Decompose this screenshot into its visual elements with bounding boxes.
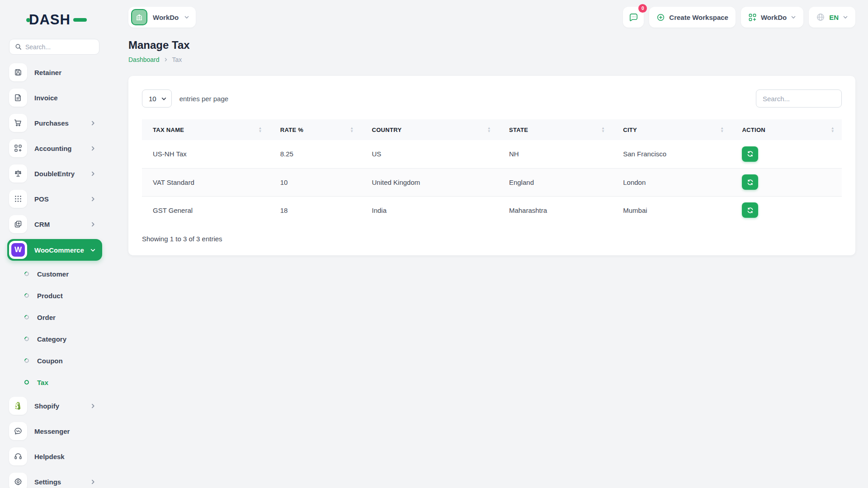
bullet-icon [24, 292, 30, 299]
cell-rate: 8.25 [269, 140, 361, 168]
sort-arrows-icon[interactable]: ▲▼ [487, 127, 491, 133]
create-workspace-label: Create Workspace [669, 14, 728, 21]
sort-arrows-icon[interactable]: ▲▼ [259, 127, 262, 133]
table-search-input[interactable] [756, 89, 842, 108]
column-label: ACTION [742, 127, 765, 133]
doubleentry-icon [9, 164, 27, 183]
table-header: TAX NAME▲▼RATE %▲▼COUNTRY▲▼STATE▲▼CITY▲▼… [142, 119, 842, 140]
column-header-rate[interactable]: RATE %▲▼ [269, 119, 361, 140]
cell-country: India [361, 196, 498, 224]
sidebar-item-helpdesk[interactable]: Helpdesk [7, 446, 102, 467]
sidebar-search[interactable] [9, 39, 99, 55]
cell-city: London [612, 168, 731, 196]
column-header-city[interactable]: CITY▲▼ [612, 119, 731, 140]
bullet-icon [24, 314, 30, 320]
breadcrumb-dashboard-link[interactable]: Dashboard [128, 56, 160, 63]
messages-badge: 0 [638, 4, 647, 13]
woocommerce-icon: W [9, 241, 27, 259]
sidebar-item-product[interactable]: Product [7, 287, 102, 304]
sidebar-search-input[interactable] [25, 43, 94, 51]
page-size-value: 10 [149, 95, 156, 103]
sidebar-item-tax[interactable]: Tax [7, 374, 102, 391]
page-size-select[interactable]: 10 [142, 89, 172, 108]
cell-rate: 18 [269, 196, 361, 224]
create-workspace-button[interactable]: Create Workspace [649, 7, 736, 28]
sidebar-item-label: Order [37, 314, 102, 321]
sidebar-item-doubleentry[interactable]: DoubleEntry [7, 163, 102, 184]
sidebar-item-woocommerce[interactable]: WWooCommerce [7, 239, 102, 261]
sidebar-item-messenger[interactable]: Messenger [7, 421, 102, 441]
sidebar-item-label: CRM [34, 221, 90, 228]
table-row: VAT Standard10United KingdomEnglandLondo… [142, 168, 842, 196]
sidebar-item-label: POS [34, 195, 90, 203]
cell-action [731, 196, 842, 224]
refresh-action-button[interactable] [742, 174, 758, 190]
workdo-menu-button[interactable]: WorkDo [741, 7, 803, 28]
cell-rate: 10 [269, 168, 361, 196]
sidebar-item-label: Retainer [34, 69, 102, 76]
sidebar-item-label: Accounting [34, 145, 90, 152]
sidebar: DASH RetainerInvoicePurchasesAccountingD… [0, 0, 108, 488]
language-selector[interactable]: EN [809, 7, 855, 28]
workspace-building-icon [131, 9, 147, 25]
breadcrumb-current: Tax [172, 56, 182, 63]
chevron-right-icon [164, 57, 168, 62]
sidebar-menu: RetainerInvoicePurchasesAccountingDouble… [0, 62, 108, 488]
sidebar-item-coupon[interactable]: Coupon [7, 352, 102, 369]
language-code: EN [829, 14, 839, 21]
column-header-action[interactable]: ACTION▲▼ [731, 119, 842, 140]
cell-action [731, 168, 842, 196]
sidebar-item-accounting[interactable]: Accounting [7, 138, 102, 159]
column-label: COUNTRY [372, 127, 402, 133]
sidebar-item-label: DoubleEntry [34, 170, 90, 178]
top-header: WorkDo 0 [128, 5, 855, 29]
chevron-right-icon [90, 403, 96, 409]
sidebar-item-label: Coupon [37, 357, 102, 365]
workspace-switcher[interactable]: WorkDo [128, 7, 196, 28]
sidebar-item-settings[interactable]: Settings [7, 471, 102, 488]
refresh-action-button[interactable] [742, 202, 758, 218]
search-icon [15, 43, 22, 50]
column-header-tax-name[interactable]: TAX NAME▲▼ [142, 119, 269, 140]
sort-arrows-icon[interactable]: ▲▼ [831, 127, 835, 133]
sidebar-item-crm[interactable]: CRM [7, 214, 102, 235]
chevron-right-icon [90, 479, 96, 485]
column-label: CITY [623, 127, 637, 133]
woocommerce-w-icon: W [11, 243, 25, 257]
logo-text: DASH [29, 12, 71, 28]
messages-button[interactable]: 0 [623, 7, 644, 28]
chevron-right-icon [90, 120, 96, 126]
column-label: STATE [509, 127, 528, 133]
sidebar-item-customer[interactable]: Customer [7, 265, 102, 282]
sort-arrows-icon[interactable]: ▲▼ [720, 127, 724, 133]
sidebar-item-pos[interactable]: POS [7, 188, 102, 209]
workdo-menu-label: WorkDo [761, 14, 787, 21]
column-label: RATE % [280, 127, 303, 133]
sidebar-item-order[interactable]: Order [7, 309, 102, 326]
column-header-country[interactable]: COUNTRY▲▼ [361, 119, 498, 140]
refresh-action-button[interactable] [742, 146, 758, 162]
sidebar-item-label: Invoice [34, 94, 102, 102]
table-footer-summary: Showing 1 to 3 of 3 entries [142, 235, 842, 243]
workspace-name: WorkDo [153, 14, 179, 21]
breadcrumb: Dashboard Tax [128, 56, 855, 63]
chevron-down-icon [843, 14, 848, 20]
sort-arrows-icon[interactable]: ▲▼ [350, 127, 354, 133]
sidebar-item-invoice[interactable]: Invoice [7, 87, 102, 108]
sidebar-item-retainer[interactable]: Retainer [7, 62, 102, 83]
table-body: US-NH Tax8.25USNHSan FranciscoVAT Standa… [142, 140, 842, 224]
chevron-right-icon [90, 221, 96, 227]
sidebar-item-purchases[interactable]: Purchases [7, 113, 102, 133]
main-area: WorkDo 0 [108, 0, 868, 488]
entries-per-page-label: entries per page [179, 95, 228, 103]
settings-icon [9, 473, 27, 488]
cell-tax-name: GST General [142, 196, 269, 224]
column-header-state[interactable]: STATE▲▼ [498, 119, 612, 140]
sidebar-item-category[interactable]: Category [7, 330, 102, 347]
sidebar-item-shopify[interactable]: Shopify [7, 395, 102, 416]
logo-dash-icon [73, 18, 87, 22]
helpdesk-icon [9, 447, 27, 465]
sidebar-item-label: Purchases [34, 119, 90, 127]
sort-arrows-icon[interactable]: ▲▼ [601, 127, 605, 133]
header-actions: 0 Create Workspace WorkDo [623, 7, 855, 28]
